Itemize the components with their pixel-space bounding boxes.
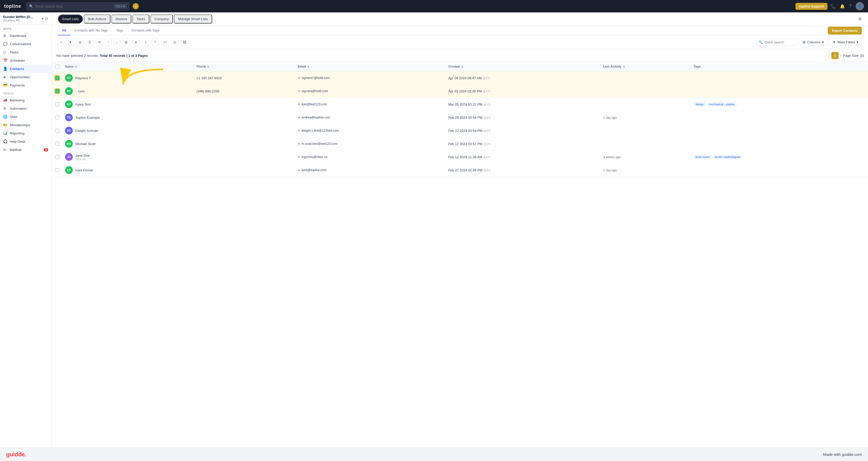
sidebar-item-opportunities[interactable]: ◈ Opportunities <box>0 73 51 81</box>
tab-smart-lists[interactable]: Smart Lists <box>58 14 83 24</box>
name-cell[interactable]: DS Dwight Schrute <box>61 124 193 137</box>
sidebar-item-helpdesk[interactable]: 🎧 Help Desk <box>0 137 51 146</box>
add-contact-button[interactable]: + <box>58 38 64 46</box>
row-checkbox[interactable] <box>55 102 59 106</box>
bolt-icon[interactable]: ⚡ <box>133 3 139 9</box>
page-number-button[interactable]: 1 <box>831 52 839 59</box>
download-button[interactable]: ↓ <box>114 38 120 46</box>
quick-search[interactable]: 🔍 <box>756 39 797 46</box>
sidebar-item-scheduler[interactable]: 📅 Scheduler <box>0 56 51 64</box>
more-filters-button[interactable]: ▼ More Filters ▾ <box>829 38 862 46</box>
checkbox-cell[interactable] <box>52 71 61 85</box>
message-button[interactable]: ☰ <box>86 38 94 46</box>
email-cell[interactable]: ✉m.scott.test@test123.com <box>294 137 445 151</box>
page-size-selector[interactable]: Page Size: 20 <box>843 54 864 58</box>
filter-tab-no-tags[interactable]: Contacts with No Tags <box>70 26 112 35</box>
sidebar-item-tasks[interactable]: ☑ Tasks <box>0 48 51 56</box>
columns-button[interactable]: ⊞ Columns ▾ <box>799 38 827 46</box>
chevron-down-icon[interactable]: ▾ <box>42 17 43 21</box>
next-page-button[interactable]: › <box>840 54 841 58</box>
help-icon[interactable]: ? <box>849 4 851 8</box>
export-button[interactable]: ⤓ <box>142 38 149 46</box>
support-button[interactable]: topline Support <box>796 3 828 10</box>
import-button[interactable]: ⤒ <box>151 38 159 46</box>
tag-label[interactable]: book event <box>693 155 712 159</box>
image-button[interactable]: 🖼 <box>181 38 189 46</box>
email-cell[interactable]: ✉raynera@hotd.com <box>294 85 445 98</box>
sidebar-item-dashboard[interactable]: ⊞ Dashboard <box>0 31 51 40</box>
row-checkbox[interactable] <box>55 76 59 80</box>
search-input[interactable] <box>35 4 112 8</box>
email-cell[interactable]: ✉dwight.s.test@123test.com <box>294 124 445 137</box>
tag-label[interactable]: mechanical - padres <box>707 102 737 106</box>
filter-tab-tags[interactable]: Tags <box>112 26 127 35</box>
tab-bulk-actions[interactable]: Bulk Actions <box>84 14 111 24</box>
checkbox-cell[interactable] <box>52 85 61 98</box>
row-checkbox[interactable] <box>55 155 59 159</box>
filter-button[interactable]: ▼ <box>67 38 74 46</box>
row-checkbox[interactable] <box>55 89 59 93</box>
tag-label[interactable]: design <box>693 102 706 106</box>
table-view-button[interactable]: ⊞ <box>76 38 84 46</box>
bell-icon[interactable]: 🔔 <box>840 4 845 9</box>
sidebar-item-memberships[interactable]: 🎫 Memberships <box>0 121 51 129</box>
workspace-selector[interactable]: Dunder Mifflin [D... Scranton, PA ▾ ⊟ <box>0 12 51 25</box>
checkbox-cell[interactable] <box>52 164 61 177</box>
checkbox-cell[interactable] <box>52 124 61 137</box>
name-cell[interactable]: TE Topline Example <box>61 111 193 124</box>
row-checkbox[interactable] <box>55 168 59 172</box>
select-all-header[interactable] <box>52 62 61 71</box>
name-cell[interactable]: RT Raynera T <box>61 71 193 85</box>
checkbox-cell[interactable] <box>52 111 61 124</box>
email-column-header[interactable]: Email ⇅ <box>294 62 445 71</box>
email-cell[interactable]: ✉raynera7@hotd.com <box>294 71 445 85</box>
row-checkbox[interactable] <box>55 128 59 133</box>
sidebar-item-mailfold[interactable]: ✉ Mailfold 5 <box>0 146 51 154</box>
star-button[interactable]: ★ <box>132 38 140 46</box>
sidebar-item-contacts[interactable]: 👤 Contacts <box>0 64 51 73</box>
name-cell[interactable]: KT Kyles Test <box>61 98 193 111</box>
grid-button[interactable]: ⊟ <box>171 38 179 46</box>
sidebar-item-automation[interactable]: ⚙ Automation <box>0 104 51 113</box>
settings-gear-icon[interactable]: ⚙ <box>858 17 862 22</box>
email-cell[interactable]: ✉kent@topline.com <box>294 164 445 177</box>
tab-manage-smart-lists[interactable]: Manage Smart Lists <box>174 14 212 24</box>
sidebar-item-sites[interactable]: 🌐 Sites <box>0 113 51 121</box>
name-cell[interactable]: MS Michael Scott <box>61 137 193 151</box>
select-all-checkbox[interactable] <box>55 64 59 69</box>
name-cell[interactable]: JD Jane Doe Jane Do <box>61 151 193 164</box>
email-cell[interactable]: ✉andrea@topline.com <box>294 111 445 124</box>
delete-button[interactable]: 🗑 <box>122 38 130 46</box>
email-cell[interactable]: ✉mgrosso@nbuc.ca <box>294 151 445 164</box>
row-checkbox[interactable] <box>55 115 59 120</box>
global-search[interactable]: 🔍 Ctrl + K <box>26 2 129 10</box>
tag-button[interactable]: 🏷 <box>161 38 169 46</box>
sidebar-item-marketing[interactable]: 📣 Marketing <box>0 96 51 104</box>
row-checkbox[interactable] <box>55 142 59 146</box>
tab-company[interactable]: Company <box>150 14 173 24</box>
user-avatar[interactable]: 👤 <box>856 2 864 10</box>
phone-icon[interactable]: 📞 <box>831 4 836 9</box>
checkbox-cell[interactable] <box>52 98 61 111</box>
import-contacts-button[interactable]: Import Contacts <box>828 27 862 35</box>
checkbox-cell[interactable] <box>52 151 61 164</box>
tag-label[interactable]: doctor-nephrologists <box>712 155 742 159</box>
created-column-header[interactable]: Created ⇅ <box>444 62 599 71</box>
tab-tasks[interactable]: Tasks <box>132 14 149 24</box>
name-cell[interactable]: KF Kent Ferrell <box>61 164 193 177</box>
filter-tab-all[interactable]: All <box>58 26 70 35</box>
email-button[interactable]: ✉ <box>96 38 103 46</box>
filter-tab-with-tags[interactable]: Contacts with Tags <box>127 26 163 35</box>
sidebar-item-payments[interactable]: 💳 Payments <box>0 81 51 89</box>
checkbox-cell[interactable] <box>52 137 61 151</box>
phone-column-header[interactable]: Phone ⇅ <box>193 62 294 71</box>
name-cell[interactable]: RT ...ryen <box>61 85 193 98</box>
tab-restore[interactable]: Restore <box>112 14 132 24</box>
sidebar-item-reporting[interactable]: 📊 Reporting <box>0 129 51 137</box>
sidebar-item-conversations[interactable]: 💬 Conversations <box>0 40 51 48</box>
email-cell[interactable]: ✉kyle@test123.com <box>294 98 445 111</box>
name-column-header[interactable]: Name ⇅ <box>61 62 193 71</box>
last-activity-column-header[interactable]: Last Activity ⇅ <box>600 62 690 71</box>
sidebar-toggle-icon[interactable]: ⊟ <box>45 17 48 21</box>
upload-button[interactable]: ↑ <box>105 38 112 46</box>
